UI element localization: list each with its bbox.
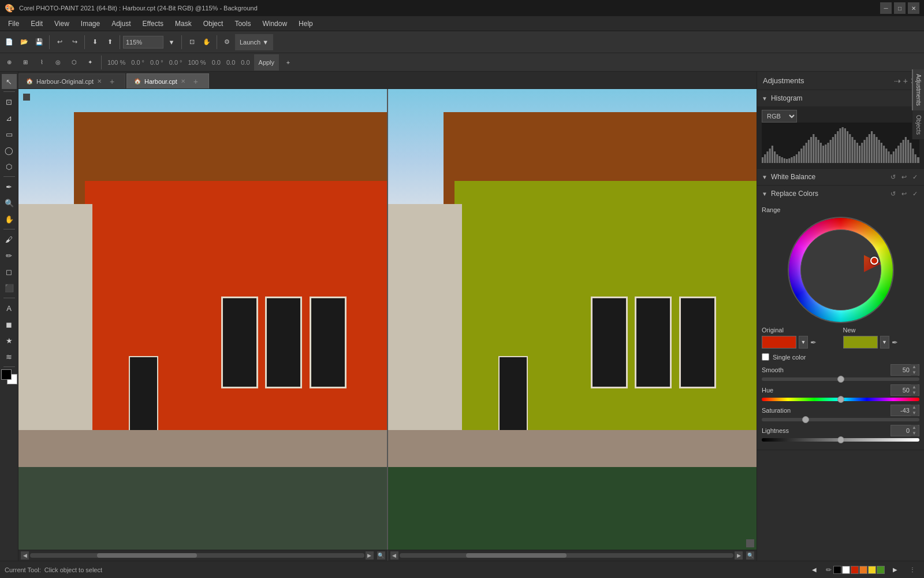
fit-page-button[interactable]: ⊡ [185,34,199,50]
text-tool[interactable]: A [2,301,17,316]
wb-check[interactable]: ✓ [911,173,919,181]
saturation-step-up[interactable]: ▲ [911,405,918,410]
white-balance-header[interactable]: ▼ White Balance ↺ ↩ ✓ [757,169,924,185]
palette-scroll-right[interactable]: ▶ [888,562,902,578]
scroll-indicator-left[interactable] [23,94,30,101]
swatch-yellow[interactable] [868,566,876,574]
right-scroll-track[interactable] [400,553,734,558]
launch-button[interactable]: Launch ▼ [235,34,273,50]
scroll-indicator-corner[interactable] [746,539,754,547]
export-button[interactable]: ⬆ [103,34,117,50]
right-scrollbar[interactable]: ◀ ▶ 🔍 [388,550,757,561]
close-button[interactable]: ✕ [908,2,919,14]
swatch-black[interactable] [833,566,841,574]
tab-edited[interactable]: 🏠 Harbour.cpt ✕ + [126,73,209,88]
open-button[interactable]: 📂 [17,34,31,50]
scroll-left-arrow2[interactable]: ◀ [390,551,398,560]
crop-tool[interactable]: ⊡ [2,94,17,109]
add-row-button[interactable]: + [281,54,295,71]
vtab-adjustments[interactable]: Adjustments [912,72,924,110]
saturation-slider-track[interactable] [762,418,919,421]
import-button[interactable]: ⬇ [88,34,102,50]
hue-slider-track[interactable] [762,398,919,401]
minimize-button[interactable]: ─ [880,2,892,14]
smooth-value-box[interactable]: 50 ▲ ▼ [891,364,919,376]
menu-effects[interactable]: Effects [137,18,169,29]
saturation-slider-thumb[interactable] [802,416,809,423]
foreground-color-swatch[interactable] [1,369,12,380]
panel-add-btn[interactable]: + [902,75,909,87]
new-eyedropper[interactable]: ✒ [892,338,898,347]
zoom-dropdown[interactable]: ▼ [165,34,178,50]
swatch-red[interactable] [851,566,859,574]
menu-file[interactable]: File [2,18,25,29]
color-wheel[interactable] [789,218,893,322]
color-fg-bg[interactable] [1,369,17,384]
left-scroll-track[interactable] [30,553,364,558]
left-scrollbar[interactable]: ◀ ▶ 🔍 [18,550,388,561]
zoom-tool[interactable]: 🔍 [2,195,17,210]
color-wheel-selector[interactable] [870,257,878,265]
tab-original-close[interactable]: ✕ [97,78,102,84]
palette-menu[interactable]: ⋮ [906,562,919,578]
scroll-right-arrow[interactable]: ▶ [366,551,374,560]
apply-button[interactable]: Apply [254,54,280,71]
menu-view[interactable]: View [49,18,75,29]
hue-step-down[interactable]: ▼ [911,390,918,396]
panel-expand-btn[interactable]: ⇢ [893,75,902,87]
redo-button[interactable]: ↪ [68,34,81,50]
lightness-value-box[interactable]: 0 ▲ ▼ [891,425,919,436]
swatch-orange[interactable] [859,566,867,574]
saturation-value-box[interactable]: -43 ▲ ▼ [891,405,919,416]
menu-image[interactable]: Image [75,18,106,29]
menu-object[interactable]: Object [198,18,229,29]
new-button[interactable]: 📄 [2,34,16,50]
smooth-step-up[interactable]: ▲ [911,364,918,370]
undo-button[interactable]: ↩ [53,34,66,50]
pan-tool[interactable]: ✋ [2,212,17,227]
palette-scroll-left[interactable]: ◀ [807,562,821,578]
mask-polygon-tool[interactable]: ⬡ [2,159,17,174]
eraser-tool[interactable]: ◻ [2,264,17,279]
menu-window[interactable]: Window [256,18,293,29]
hue-step-up[interactable]: ▲ [911,384,918,390]
wb-reset[interactable]: ↺ [889,173,897,181]
menu-mask[interactable]: Mask [169,18,198,29]
vtab-objects[interactable]: Objects [912,110,924,139]
smooth-slider-track[interactable] [762,377,919,381]
histogram-channel-select[interactable]: RGB Red Green Blue [762,110,797,123]
original-swatch-dropdown[interactable]: ▼ [799,336,808,349]
new-color-swatch[interactable] [843,336,878,349]
mask-ellipse-tool[interactable]: ◯ [2,143,17,158]
menu-help[interactable]: Help [293,18,319,29]
eyedropper-tool[interactable]: ✒ [2,179,17,194]
left-scroll-thumb[interactable] [97,553,198,558]
zoom-input[interactable] [123,36,163,49]
magic-wand-button[interactable]: ⬡ [67,54,81,71]
swatch-pencil[interactable]: ✏ [825,566,833,574]
lightness-step-down[interactable]: ▼ [911,431,918,436]
menu-tools[interactable]: Tools [229,18,256,29]
right-scroll-thumb[interactable] [466,553,567,558]
restore-button[interactable]: □ [894,2,906,14]
hue-slider-thumb[interactable] [837,396,844,403]
shape-tool[interactable]: ◼ [2,317,17,332]
tab-original[interactable]: 🏠 Harbour-Original.cpt ✕ + [18,73,125,88]
hue-value-box[interactable]: 50 ▲ ▼ [891,384,919,396]
new-swatch-dropdown[interactable]: ▼ [880,336,889,349]
tab-edited-add[interactable]: + [190,76,202,87]
original-eyedropper[interactable]: ✒ [810,338,817,347]
settings-button[interactable]: ⚙ [220,34,234,50]
select-tool[interactable]: ↖ [2,74,17,89]
pan-button[interactable]: ✋ [200,34,214,50]
saturation-step-down[interactable]: ▼ [911,410,918,416]
paint-tool[interactable]: 🖌 [2,232,17,247]
tab-edited-close[interactable]: ✕ [181,78,185,84]
transform-button[interactable]: ⊕ [2,54,16,71]
lightness-slider-thumb[interactable] [837,436,844,443]
wb-undo[interactable]: ↩ [900,173,908,181]
scroll-right-arrow2[interactable]: ▶ [735,551,743,560]
swatch-white[interactable] [842,566,850,574]
select-all-button[interactable]: ⊞ [18,54,32,71]
original-color-swatch[interactable] [762,336,796,349]
